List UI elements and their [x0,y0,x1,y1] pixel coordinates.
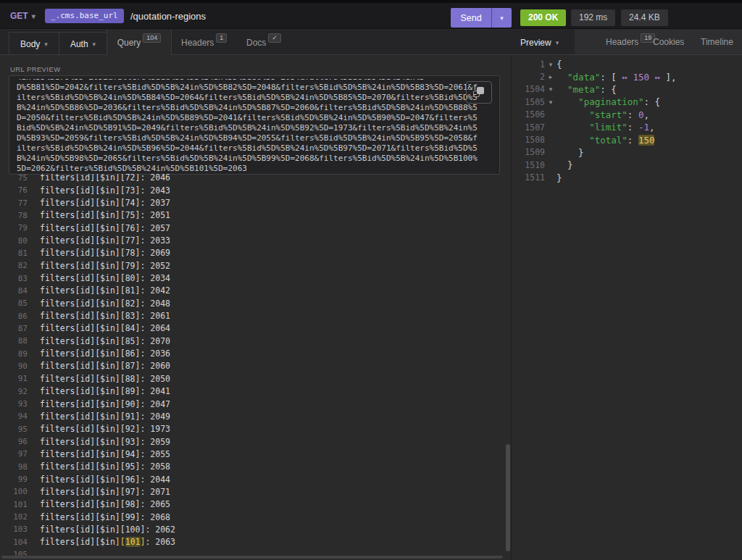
text-segment: "data" [567,72,600,83]
query-param-row[interactable]: 101filters[id][$in][98]: 2065 [0,498,505,511]
response-tab-cookies[interactable]: Cookies [653,30,684,54]
query-param-row[interactable]: 91filters[id][$in][88]: 2050 [0,372,505,385]
json-line: 2▸ "data": [ ↔ 150 ↔ ], [512,70,742,83]
line-number: 91 [0,374,28,383]
json-code: "meta": { [556,84,617,95]
line-number: 1504 [512,84,545,94]
query-param-row[interactable]: 92filters[id][$in][89]: 2041 [0,385,505,398]
text-segment [556,96,578,107]
query-param-row[interactable]: 81filters[id][$in][78]: 2069 [0,247,505,259]
line-number: 79 [0,223,28,233]
query-param-row[interactable]: 104filters[id][$in][101]: 2063 [0,536,505,548]
fold-open-icon[interactable]: ▾ [545,61,556,68]
text-segment: } [556,147,584,158]
url-preview-line: B%24in%5D%5B86%5D=2036&filters%5Bid%5D%5… [17,103,489,113]
method-dropdown[interactable]: GET▾ [10,11,36,21]
base-url-env-chip[interactable]: _.cms.base_url [45,9,124,23]
line-number: 86 [0,312,28,321]
fold-open-icon[interactable]: ▾ [545,99,556,106]
line-number: 88 [0,336,28,346]
query-param-text: filters[id][$in][99]: 2068 [40,512,170,522]
response-tab-timeline-label: Timeline [701,37,733,47]
headers-count-badge: 1 [216,33,227,43]
query-param-row[interactable]: 98filters[id][$in][95]: 2058 [0,461,505,473]
horizontal-scrollbar[interactable] [1,556,503,559]
query-param-row[interactable]: 103filters[id][$in][100]: 2062 [0,523,505,535]
query-param-row[interactable]: 96filters[id][$in][93]: 2059 [0,435,505,448]
tab-query[interactable]: Query 104 [107,30,172,55]
line-number: 94 [0,411,28,421]
query-param-row[interactable]: 97filters[id][$in][94]: 2055 [0,448,505,460]
query-param-row[interactable]: 86filters[id][$in][83]: 2061 [0,309,505,322]
query-param-row[interactable]: 94filters[id][$in][91]: 2049 [0,410,505,422]
json-code: { [556,59,562,70]
query-param-row[interactable]: 79filters[id][$in][76]: 2057 [0,222,505,234]
query-param-row[interactable]: 102filters[id][$in][99]: 2068 [0,511,505,523]
query-param-row[interactable]: 90filters[id][$in][87]: 2060 [0,360,505,372]
fold-collapsed-icon[interactable]: ▸ [545,73,556,80]
tab-headers[interactable]: Headers 1 [181,30,227,55]
query-param-row[interactable]: 78filters[id][$in][75]: 2051 [0,209,505,222]
text-segment: 101 [125,537,141,547]
text-segment: } [556,172,562,183]
tab-docs[interactable]: Docs ✓ [246,30,281,55]
query-param-row[interactable]: 84filters[id][$in][81]: 2042 [0,285,505,297]
text-segment: : { [600,84,617,95]
query-param-text: filters[id][$in][89]: 2041 [40,386,170,396]
query-param-row[interactable]: 93filters[id][$in][90]: 2047 [0,398,505,410]
response-tab-headers-label: Headers [606,37,638,47]
send-dropdown[interactable]: ▾ [491,8,512,28]
line-number: 101 [0,500,28,509]
url-path-input[interactable]: /quotation-regions [130,11,206,22]
query-param-row[interactable]: 82filters[id][$in][79]: 2052 [0,259,505,272]
response-tab-timeline[interactable]: Timeline [701,30,733,54]
query-param-row[interactable]: 95filters[id][$in][92]: 1973 [0,423,505,435]
tab-docs-label: Docs [246,38,266,48]
query-param-text: filters[id][$in][80]: 2034 [40,273,170,283]
tab-auth[interactable]: Auth▾ [59,33,107,55]
query-param-text: filters[id][$in][91]: 2049 [40,411,170,422]
line-number: 84 [0,286,28,296]
query-param-row[interactable]: 85filters[id][$in][82]: 2048 [0,297,505,309]
query-editor[interactable]: 75filters[id][$in][72]: 204676filters[id… [0,174,505,560]
copy-url-button[interactable] [466,81,492,104]
line-number: 102 [0,512,28,522]
query-param-row[interactable]: 87filters[id][$in][84]: 2064 [0,322,505,335]
query-param-row[interactable]: 80filters[id][$in][77]: 2033 [0,234,505,246]
response-tab-preview[interactable]: Preview ▾ [520,30,559,55]
json-line: 1▾{ [512,58,742,70]
query-param-row[interactable]: 83filters[id][$in][80]: 2034 [0,272,505,284]
line-number: 1506 [512,109,545,120]
tab-query-label: Query [117,38,141,48]
text-segment: -1 [638,122,649,133]
line-number: 103 [0,525,28,534]
send-button[interactable]: Send ▾ [451,8,512,28]
tab-body[interactable]: Body▾ [9,33,59,55]
response-size-badge: 24.4 KB [621,9,668,26]
query-param-row[interactable]: 89filters[id][$in][86]: 2036 [0,347,505,359]
query-param-row[interactable]: 76filters[id][$in][73]: 2043 [0,184,505,196]
query-param-row[interactable]: 99filters[id][$in][96]: 2044 [0,473,505,485]
tab-body-label: Body [20,39,40,49]
query-param-text: filters[id][$in][76]: 2057 [40,223,170,233]
query-param-row[interactable]: 77filters[id][$in][74]: 2037 [0,196,505,209]
json-code: "pagination": { [556,96,660,107]
response-tab-preview-label: Preview [520,38,551,48]
line-number: 1509 [512,147,545,157]
body-auth-group: Body▾ Auth▾ [9,32,107,55]
json-viewer: 1▾{2▸ "data": [ ↔ 150 ↔ ],1504▾ "meta": … [512,58,742,560]
query-param-row[interactable]: 100filters[id][$in][97]: 2071 [0,485,505,498]
tab-headers-label: Headers [181,38,214,48]
url-preview-line: ilters%5Bid%5D%5B%24in%5D%5B84%5D=2064&f… [17,93,489,103]
query-param-text: filters[id][$in][93]: 2059 [40,437,170,447]
response-tab-headers[interactable]: Headers 19 [606,30,655,54]
text-segment: : [ [600,72,622,83]
json-line: 1508 "total": 150 [512,133,742,146]
left-panel-scrollbar-thumb[interactable] [506,444,510,551]
text-segment: ], [660,72,677,83]
query-param-row[interactable]: 88filters[id][$in][85]: 2070 [0,335,505,347]
query-param-row[interactable]: 75filters[id][$in][72]: 2046 [0,174,505,184]
fold-open-icon[interactable]: ▾ [545,85,556,93]
docs-check-icon: ✓ [268,33,281,43]
url-preview-line: ilters%5Bid%5D%5B%24in%5D%5B96%5D=2044&f… [17,143,489,154]
